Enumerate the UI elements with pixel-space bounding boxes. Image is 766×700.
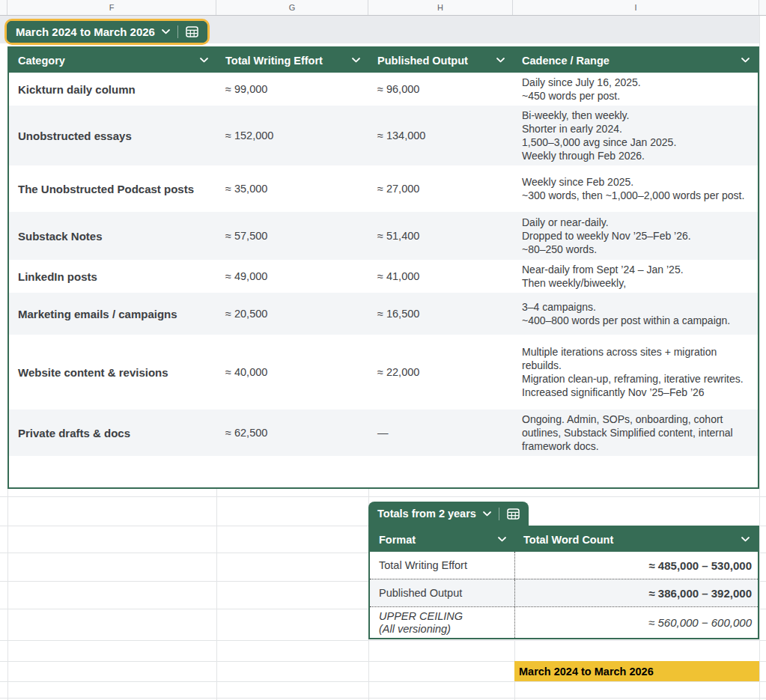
effort-cell[interactable]: ≈ 99,000 <box>216 80 368 98</box>
cadence-cell[interactable]: Daily since July 16, 2025. ~450 words pe… <box>513 73 758 106</box>
word-count-cell[interactable]: ≈ 560,000 − 600,000 <box>514 607 758 638</box>
chevron-down-icon[interactable] <box>162 29 170 34</box>
category-cell[interactable]: Kickturn daily column <box>9 80 216 99</box>
empty-table-row[interactable] <box>9 456 758 487</box>
header-published-output[interactable]: Published Output <box>368 48 513 73</box>
category-cell[interactable]: Substack Notes <box>9 227 216 246</box>
category-cell[interactable]: The Unobstructed Podcast posts <box>9 180 216 198</box>
gridline <box>0 698 766 699</box>
chevron-down-icon[interactable] <box>200 58 208 63</box>
column-header-F[interactable]: F <box>7 0 216 15</box>
category-cell[interactable]: Website content & revisions <box>9 363 216 382</box>
header-total-writing-effort[interactable]: Total Writing Effort <box>216 48 368 73</box>
gridline <box>0 496 766 497</box>
effort-cell[interactable]: ≈ 40,000 <box>216 363 368 381</box>
header-published-output-label: Published Output <box>377 55 468 67</box>
format-cell[interactable]: UPPER CEILING (All versioning) <box>370 607 514 638</box>
pill-divider <box>177 25 178 38</box>
table-row: Kickturn daily column ≈ 99,000 ≈ 96,000 … <box>9 73 758 106</box>
writing-effort-table-header: Category Total Writing Effort Published … <box>9 48 758 73</box>
format-cell[interactable]: Published Output <box>370 579 514 606</box>
table-row: LinkedIn posts ≈ 49,000 ≈ 41,000 Near-da… <box>9 260 758 293</box>
column-header-I[interactable]: I <box>513 0 759 15</box>
header-cadence-range[interactable]: Cadence / Range <box>513 48 758 73</box>
category-cell[interactable]: Private drafts & docs <box>9 424 216 442</box>
chevron-down-icon[interactable] <box>483 511 491 517</box>
chevron-down-icon[interactable] <box>498 537 506 542</box>
effort-cell[interactable]: ≈ 35,000 <box>216 180 368 198</box>
published-cell[interactable]: ≈ 51,400 <box>368 227 513 245</box>
word-count-cell[interactable]: ≈ 386,000 – 392,000 <box>514 579 758 606</box>
totals-table: Format Total Word Count Total Writing Ef… <box>368 526 759 639</box>
published-cell[interactable]: ≈ 41,000 <box>368 267 513 285</box>
gridline <box>216 484 217 700</box>
header-category-label: Category <box>18 55 65 67</box>
table-row: UPPER CEILING (All versioning) ≈ 560,000… <box>370 606 758 638</box>
column-header-partial[interactable] <box>759 0 766 15</box>
chevron-down-icon[interactable] <box>741 537 750 542</box>
header-cadence-range-label: Cadence / Range <box>522 55 610 67</box>
writing-effort-table: Category Total Writing Effort Published … <box>7 46 759 489</box>
header-format[interactable]: Format <box>370 527 514 552</box>
gridline <box>0 640 766 641</box>
header-format-label: Format <box>379 534 416 546</box>
spreadsheet-screen: F G H I March 2024 to March 2026 Cat <box>0 0 766 700</box>
gridline <box>7 484 8 700</box>
table-grid-icon[interactable] <box>186 26 198 37</box>
cadence-cell[interactable]: Weekly since Feb 2025. ~300 words, then … <box>513 172 758 205</box>
cadence-cell[interactable]: Bi-weekly, then weekly. Shorter in early… <box>513 106 758 165</box>
cadence-cell[interactable]: Daily or near-daily. Dropped to weekly N… <box>513 213 758 259</box>
table-range-pill[interactable]: March 2024 to March 2026 <box>7 21 207 43</box>
effort-cell[interactable]: ≈ 152,000 <box>216 127 368 144</box>
table-row: Total Writing Effort ≈ 485,000 – 530,000 <box>370 552 758 579</box>
header-category[interactable]: Category <box>9 48 216 73</box>
table-row: Marketing emails / campaigns ≈ 20,500 ≈ … <box>9 293 758 335</box>
header-total-word-count[interactable]: Total Word Count <box>514 527 758 552</box>
effort-cell[interactable]: ≈ 57,500 <box>216 227 368 245</box>
cadence-cell[interactable]: 3–4 campaigns. ~400–800 words per post w… <box>513 297 758 330</box>
effort-cell[interactable]: ≈ 20,500 <box>216 305 368 323</box>
category-cell[interactable]: Marketing emails / campaigns <box>9 305 216 323</box>
cadence-cell[interactable]: Near-daily from Sept ’24 – Jan ’25. Then… <box>513 260 758 293</box>
cadence-cell[interactable]: Multiple iterations across sites + migra… <box>513 342 758 402</box>
chevron-down-icon[interactable] <box>352 58 360 63</box>
word-count-cell[interactable]: ≈ 485,000 – 530,000 <box>514 552 758 579</box>
totals-table-pill[interactable]: Totals from 2 years <box>368 502 529 526</box>
table-row: Published Output ≈ 386,000 – 392,000 <box>370 579 758 606</box>
pill-divider <box>499 508 499 520</box>
effort-cell[interactable]: ≈ 49,000 <box>216 267 368 285</box>
table-row: The Unobstructed Podcast posts ≈ 35,000 … <box>9 165 758 212</box>
totals-table-header: Format Total Word Count <box>370 527 758 552</box>
chevron-down-icon[interactable] <box>496 58 505 63</box>
date-range-highlight-cell[interactable]: March 2024 to March 2026 <box>514 661 759 681</box>
range-pill-highlight: March 2024 to March 2026 <box>4 19 210 45</box>
header-total-word-count-label: Total Word Count <box>523 534 613 546</box>
format-cell[interactable]: Total Writing Effort <box>370 552 514 579</box>
published-cell[interactable]: ≈ 22,000 <box>368 363 513 381</box>
table-row: Private drafts & docs ≈ 62,500 — Ongoing… <box>9 410 758 456</box>
table-row: Unobstructed essays ≈ 152,000 ≈ 134,000 … <box>9 106 758 165</box>
effort-cell[interactable]: ≈ 62,500 <box>216 424 368 442</box>
cadence-cell[interactable]: Ongoing. Admin, SOPs, onboarding, cohort… <box>513 410 758 456</box>
table-row: Substack Notes ≈ 57,500 ≈ 51,400 Daily o… <box>9 212 758 260</box>
category-cell[interactable]: LinkedIn posts <box>9 267 216 286</box>
gridline <box>0 681 766 682</box>
published-cell[interactable]: ≈ 16,500 <box>368 305 513 323</box>
table-row: Website content & revisions ≈ 40,000 ≈ 2… <box>9 335 758 410</box>
published-cell[interactable]: — <box>368 424 513 442</box>
published-cell[interactable]: ≈ 27,000 <box>368 180 513 198</box>
table-range-label: March 2024 to March 2026 <box>16 25 155 38</box>
gridline <box>759 0 760 700</box>
column-header-strip: F G H I <box>0 0 766 16</box>
published-cell[interactable]: ≈ 96,000 <box>368 80 513 98</box>
totals-table-label: Totals from 2 years <box>377 508 476 520</box>
published-cell[interactable]: ≈ 134,000 <box>368 127 513 144</box>
header-total-writing-effort-label: Total Writing Effort <box>225 55 323 67</box>
category-cell[interactable]: Unobstructed essays <box>9 127 216 145</box>
column-header-spacer <box>0 0 7 15</box>
column-header-H[interactable]: H <box>368 0 513 15</box>
table-grid-icon[interactable] <box>507 508 520 520</box>
chevron-down-icon[interactable] <box>741 58 750 63</box>
column-header-G[interactable]: G <box>216 0 368 15</box>
